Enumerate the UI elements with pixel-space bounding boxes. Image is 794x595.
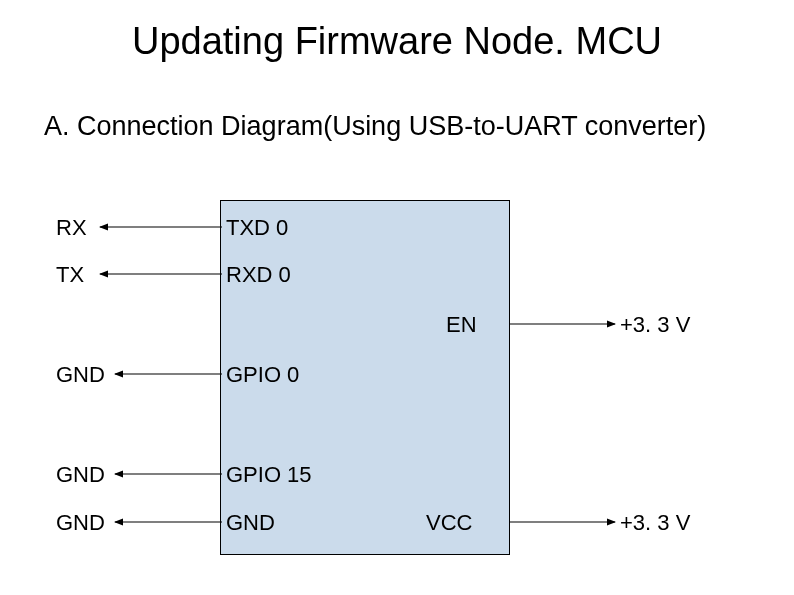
arrows-layer xyxy=(0,0,794,595)
slide: Updating Firmware Node. MCU A. Connectio… xyxy=(0,0,794,595)
